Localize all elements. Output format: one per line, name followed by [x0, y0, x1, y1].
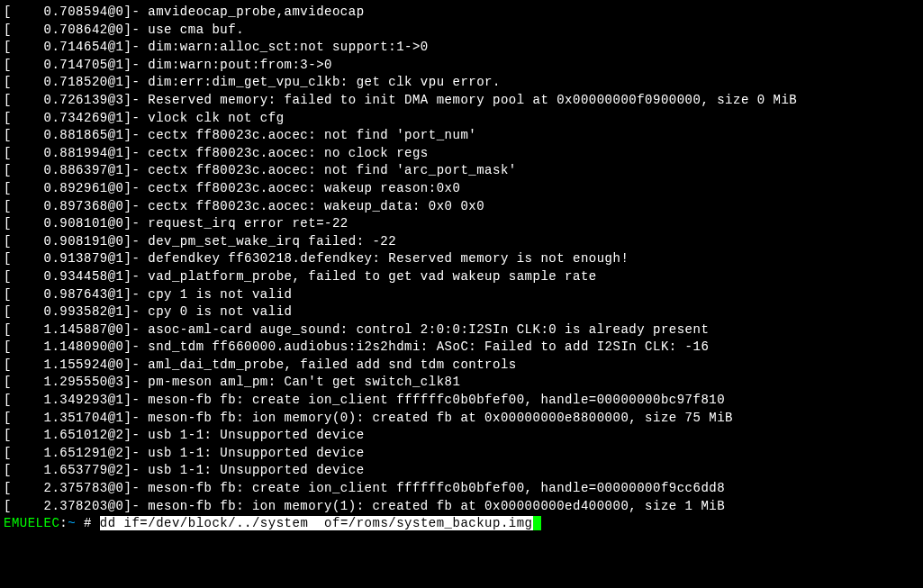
log-line: [ 0.714654@1]- dim:warn:alloc_sct:not su…: [4, 39, 919, 57]
log-line: [ 2.375783@0]- meson-fb fb: create ion_c…: [4, 480, 919, 498]
log-line: [ 0.718520@1]- dim:err:dim_get_vpu_clkb:…: [4, 74, 919, 92]
prompt-symbol: #: [84, 516, 92, 530]
command-prompt[interactable]: EMUELEC:~ # dd if=/dev/block/../system o…: [4, 515, 919, 533]
terminal-output: [ 0.708594@0]- amvideocap_probe,amvideoc…: [4, 4, 919, 515]
log-line: [ 0.908101@0]- request_irq error ret=-22: [4, 215, 919, 233]
log-line: [ 1.651291@2]- usb 1-1: Unsupported devi…: [4, 445, 919, 463]
log-line: [ 1.145887@0]- asoc-aml-card auge_sound:…: [4, 321, 919, 339]
log-line: [ 0.897368@0]- cectx ff80023c.aocec: wak…: [4, 198, 919, 216]
log-line: [ 0.881994@1]- cectx ff80023c.aocec: no …: [4, 145, 919, 163]
log-line: [ 0.734269@1]- vlock clk not cfg: [4, 110, 919, 128]
log-line: [ 0.881865@1]- cectx ff80023c.aocec: not…: [4, 127, 919, 145]
log-line: [ 0.987643@1]- cpy 1 is not valid: [4, 286, 919, 304]
log-line: [ 1.148090@0]- snd_tdm ff660000.audiobus…: [4, 339, 919, 357]
log-line: [ 1.349293@1]- meson-fb fb: create ion_c…: [4, 392, 919, 410]
log-line: [ 0.908191@0]- dev_pm_set_wake_irq faile…: [4, 233, 919, 251]
log-line: [ 0.993582@1]- cpy 0 is not valid: [4, 303, 919, 321]
log-line: [ 0.913879@1]- defendkey ff630218.defend…: [4, 250, 919, 268]
log-line: [ 0.714705@1]- dim:warn:pout:from:3->0: [4, 57, 919, 75]
prompt-path: ~: [68, 516, 76, 530]
log-line: [ 2.378203@0]- meson-fb fb: ion memory(1…: [4, 498, 919, 516]
log-line: [ 0.892961@0]- cectx ff80023c.aocec: wak…: [4, 180, 919, 198]
cursor: [533, 516, 541, 530]
log-line: [ 1.155924@0]- aml_dai_tdm_probe, failed…: [4, 357, 919, 375]
log-line: [ 0.934458@1]- vad_platform_probe, faile…: [4, 268, 919, 286]
log-line: [ 1.653779@2]- usb 1-1: Unsupported devi…: [4, 462, 919, 480]
log-line: [ 1.295550@3]- pm-meson aml_pm: Can't ge…: [4, 374, 919, 392]
log-line: [ 1.651012@2]- usb 1-1: Unsupported devi…: [4, 427, 919, 445]
log-line: [ 0.708642@0]- use cma buf.: [4, 22, 919, 40]
log-line: [ 0.886397@1]- cectx ff80023c.aocec: not…: [4, 162, 919, 180]
log-line: [ 1.351704@1]- meson-fb fb: ion memory(0…: [4, 410, 919, 428]
prompt-hostname: EMUELEC: [4, 516, 59, 530]
command-input[interactable]: dd if=/dev/block/../system of=/roms/syst…: [100, 516, 533, 530]
log-line: [ 0.726139@3]- Reserved memory: failed t…: [4, 92, 919, 110]
log-line: [ 0.708594@0]- amvideocap_probe,amvideoc…: [4, 4, 919, 22]
